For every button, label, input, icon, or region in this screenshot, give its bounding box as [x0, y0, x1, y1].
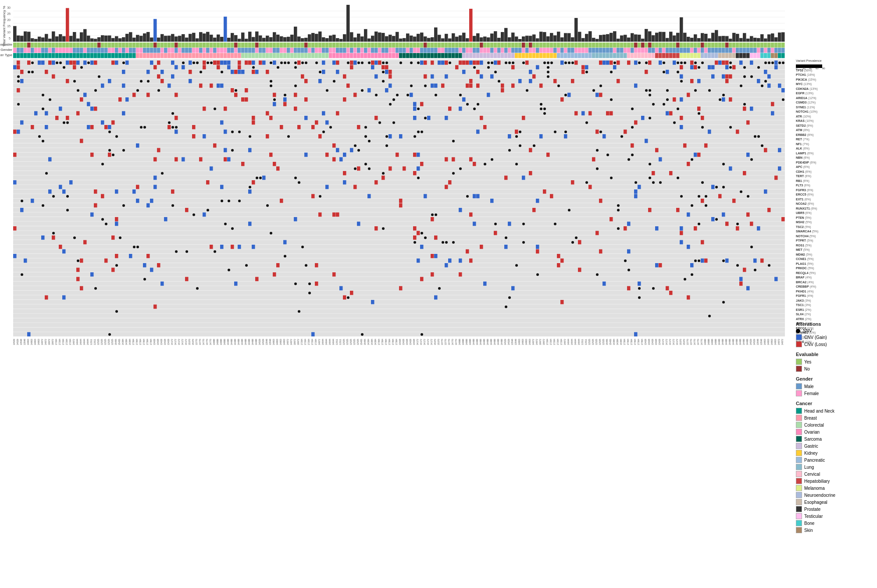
cnv-gain-18-35: [136, 143, 139, 148]
sample-label-86: 17264: [314, 339, 317, 345]
sample-label-73: 13548: [269, 339, 271, 345]
cnv-gain-0-50: [189, 61, 192, 65]
gender-cell-16: [69, 48, 73, 53]
cnv-loss-3-148: [532, 75, 536, 79]
cancer-cell-8: [41, 53, 45, 58]
cnv-loss-28-151: [543, 189, 546, 194]
sample-label-144: 14803: [518, 339, 520, 345]
cancer-cell-201: [718, 53, 722, 58]
bar-12: [55, 36, 59, 42]
cnv-gain-30-136: [490, 199, 494, 203]
cancer-cell-174: [624, 53, 627, 58]
snv-dot-10-57: [214, 107, 216, 110]
bar-179: [641, 39, 645, 42]
sample-label-100: 15455: [364, 339, 366, 345]
sample-label-112: 13428: [406, 339, 408, 345]
evaluable-cell-103: [374, 43, 378, 48]
bar-190: [680, 17, 683, 42]
cnv-loss-45-18: [76, 268, 80, 272]
cancer-cell-161: [578, 53, 581, 58]
sample-label-101: 14384: [367, 339, 370, 345]
cnv-gain-38-8: [41, 235, 45, 240]
gene-pct: (5%): [808, 267, 814, 270]
cancer-cell-49: [185, 53, 189, 58]
cancer-cell-93: [339, 53, 343, 58]
cancer-cell-2: [20, 53, 24, 58]
evaluable-cell-51: [192, 43, 196, 48]
sample-label-58: 14888: [216, 339, 219, 345]
snv-dot-38-160: [575, 236, 578, 239]
evaluable-cell-44: [168, 43, 171, 48]
sample-label-79: 14872: [290, 339, 292, 345]
cnv-loss-1-54: [203, 65, 206, 70]
evaluable-cell-22: [90, 43, 94, 48]
snv-dot-1-195: [698, 66, 700, 69]
snv-dot-19-31: [122, 149, 125, 152]
cnv-loss-36-194: [694, 226, 697, 231]
snv-dot-24-125: [452, 172, 455, 175]
snv-dot-0-56: [210, 61, 213, 64]
snv-dot-7-8: [42, 94, 44, 96]
gender-cell-86: [315, 48, 318, 53]
evaluable-cell-78: [287, 43, 290, 48]
snv-dot-46-193: [691, 273, 693, 276]
gender-cell-34: [132, 48, 136, 53]
snv-dot-4-1: [17, 80, 20, 82]
evaluable-cell-64: [238, 43, 241, 48]
cancer-cell-109: [396, 53, 399, 58]
cnv-gain-35-98: [357, 222, 360, 226]
cnv-loss-14-85: [311, 125, 315, 129]
sample-label-67: 14488: [248, 339, 250, 345]
cnv-loss-22-131: [473, 162, 476, 166]
snv-dot-30-2: [21, 200, 23, 202]
sample-label-82: 17264: [300, 339, 303, 345]
legend-label: Hepatobiliary: [804, 479, 830, 484]
legend-label: Esophageal: [804, 500, 827, 505]
cnv-loss-0-64: [238, 61, 241, 65]
cnv-gain-2-42: [160, 70, 164, 74]
snv-dot-10-150: [540, 107, 542, 110]
evaluable-cell-110: [399, 43, 403, 48]
gender-cell-200: [715, 48, 718, 53]
bar-145: [522, 36, 525, 42]
gene-label-mdm2: MDM2 (5%): [796, 252, 818, 257]
snv-dot-0-13: [59, 61, 62, 64]
cnv-loss-3-107: [389, 75, 392, 79]
gender-cell-46: [175, 48, 178, 53]
gene-row-bg-55: [13, 314, 785, 318]
gender-cell-161: [578, 48, 581, 53]
evaluable-cell-120: [434, 43, 438, 48]
cancer-cell-134: [483, 53, 487, 58]
evaluable-label: Evaluable: [0, 43, 13, 46]
sample-label-179: 17364: [641, 339, 643, 345]
snv-dot-23-166: [596, 167, 599, 170]
gender-cell-180: [645, 48, 648, 53]
cnv-gain-12-83: [304, 116, 308, 120]
bar-169: [606, 34, 610, 42]
evaluable-cell-159: [571, 43, 574, 48]
bar-161: [578, 32, 581, 42]
gender-cell-113: [410, 48, 413, 53]
sample-label-167: 12525: [599, 339, 601, 345]
snv-dot-15-88: [322, 131, 325, 133]
bar-25: [101, 35, 104, 42]
snv-dot-14-90: [329, 126, 332, 128]
sample-label-24: 12525: [97, 339, 100, 345]
cnv-gain-6-219: [781, 88, 785, 93]
bar-46: [175, 36, 178, 42]
gene-label-atrx: ATRX (2%): [796, 317, 818, 321]
bar-191: [683, 33, 687, 42]
sample-label-170: 15455: [609, 339, 612, 345]
cnv-gain-43-3: [24, 259, 27, 263]
evaluable-cell-87: [318, 43, 322, 48]
cnv-gain-59-85: [311, 332, 315, 337]
cnv-gain-20-115: [417, 153, 420, 157]
gender-cell-213: [760, 48, 764, 53]
legend-item-esophageal: Esophageal: [796, 499, 835, 505]
cnv-gain-21-93: [339, 157, 343, 162]
gender-cell-185: [662, 48, 666, 53]
sample-label-45: 14172: [171, 339, 173, 345]
cancer-cell-171: [613, 53, 617, 58]
legend-label: Yes: [804, 360, 811, 364]
bar-151: [543, 32, 546, 42]
